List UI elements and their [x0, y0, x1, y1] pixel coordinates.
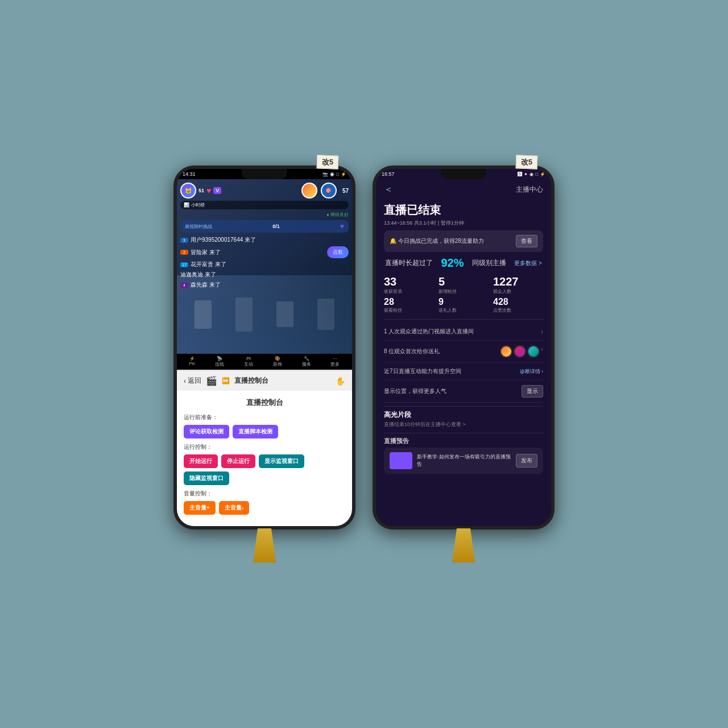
network-status: ● 网络良好	[180, 212, 349, 218]
highlight-title: 高光片段	[384, 410, 543, 420]
more-button[interactable]: ⋯更多	[330, 356, 340, 367]
follower-count: 51	[198, 188, 204, 193]
highlight-sub[interactable]: 直播结束10分钟后在主播中心查看 >	[384, 421, 543, 428]
divider-1	[384, 319, 543, 320]
hot-video-row[interactable]: 1 人次观众通过热门视频进入直播间 ›	[384, 323, 543, 341]
waves-number: 33	[384, 275, 434, 288]
gift-avatars: ›	[500, 345, 543, 358]
chat-message-2: 2 冒险家 来了 点歌	[180, 246, 349, 258]
service-button[interactable]: 🔧服务	[302, 356, 311, 367]
back-chevron-icon: ‹	[184, 377, 186, 385]
badge-4: 4	[180, 283, 188, 288]
heart-icon[interactable]: ♥	[206, 186, 211, 195]
run-control-label: 运行控制：	[184, 443, 345, 451]
position-text: 显示位置，获得更多人气	[384, 387, 446, 395]
left-time: 14:31	[183, 171, 196, 177]
main-title-section: 直播已结束 13:44~16:56 共3.1小时 | 暂停1分钟	[376, 200, 551, 230]
preview-thumbnail	[390, 452, 412, 469]
publish-button[interactable]: 发布	[516, 454, 537, 468]
hot-video-text: 1 人次观众通过热门视频进入直播间	[384, 328, 474, 336]
run-control-buttons: 开始运行 停止运行 显示监视窗口 隐藏监视窗口	[184, 454, 345, 485]
hourly-rank[interactable]: 📊 小时榜	[180, 201, 349, 209]
msg-text-3: 花开富贵 来了	[191, 260, 226, 268]
right-phone: 16:57 🅱 ✦ ◉ □ ⚡ ＜ 主播中心 直播已结束 13:44~16:56…	[373, 166, 555, 530]
start-run-button[interactable]: 开始运行	[184, 454, 218, 468]
waves-label: 收获音浪	[384, 288, 434, 295]
control-bar: ‹ 返回 🎬 ⏩ 直播控制台 ✋	[177, 370, 352, 391]
challenge-bar: 展馆限时挑战 0/1 ♥	[180, 220, 349, 233]
decor-button[interactable]: 🎨装饰	[273, 356, 282, 367]
left-phone-screen: 14:31 📷 ◉ □ ⚡	[177, 169, 352, 526]
wifi-icon: ◉	[330, 171, 334, 177]
likes-label: 点赞次数	[493, 307, 543, 313]
right-phone-screen: 16:57 🅱 ✦ ◉ □ ⚡ ＜ 主播中心 直播已结束 13:44~16:56…	[376, 169, 551, 526]
user-avatar-2[interactable]	[301, 183, 317, 198]
live-top-row: 🐱 51 ♥ V 🎯 57	[180, 183, 349, 198]
right-battery-icon: ⚡	[540, 172, 545, 177]
gift-row[interactable]: 8 位观众首次给你送礼 ›	[384, 341, 543, 363]
script-detect-button[interactable]: 直播脚本检测	[233, 425, 278, 439]
left-phone-stand	[253, 528, 276, 562]
live-user-info: 🐱 51 ♥ V	[180, 183, 221, 198]
tiktok-icon: ✦	[524, 172, 528, 177]
viewers-number: 1227	[493, 275, 543, 288]
control-panel-title: 直播控制台	[184, 398, 345, 408]
chat-message-1: 3 用户9395200017644 来了	[180, 236, 349, 244]
position-row[interactable]: 显示位置，获得更多人气 显示	[384, 380, 543, 403]
percentage-prefix: 直播时长超过了	[385, 258, 433, 268]
back-label: 返回	[188, 376, 201, 386]
preview-text: 新手教学·如何发布一场有吸引力的直播预告	[417, 453, 511, 468]
percentage-section: 直播时长超过了 92% 同级别主播 更多数据 >	[384, 257, 543, 270]
left-status-icons: 📷 ◉ □ ⚡	[322, 171, 346, 177]
show-position-button[interactable]: 显示	[522, 385, 543, 398]
badge-3: 3	[180, 238, 188, 243]
interact-button[interactable]: 🎮互动	[244, 356, 253, 367]
volume-down-button[interactable]: 主音量-	[219, 501, 249, 515]
v-badge: V	[213, 187, 221, 194]
host-avatar[interactable]: 🐱	[180, 183, 196, 198]
gift-avatar-3	[527, 345, 540, 358]
interaction-row[interactable]: 近7日直播互动能力有提升空间 诊断详情 ›	[384, 363, 543, 380]
percentage-suffix: 同级别主播	[472, 258, 506, 268]
bar-chart-icon: 📊	[184, 202, 189, 208]
challenge-view-button[interactable]: 查看	[516, 235, 537, 247]
divider-2	[384, 406, 543, 407]
right-time: 16:57	[382, 171, 395, 177]
pre-run-buttons: 评论获取检测 直播脚本检测	[184, 425, 345, 439]
show-monitor-button[interactable]: 显示监视窗口	[259, 454, 304, 468]
comment-detect-button[interactable]: 评论获取检测	[184, 425, 229, 439]
bt-icon: 🅱	[518, 172, 522, 177]
stat-item-waves: 33 收获音浪 28 观看粉丝	[384, 275, 434, 313]
right-phone-stand	[452, 528, 475, 562]
gift-arrow: ›	[541, 345, 543, 358]
song-button[interactable]: 点歌	[327, 246, 349, 258]
user-avatar-3[interactable]: 🎯	[321, 183, 337, 198]
volume-up-button[interactable]: 主音量+	[184, 501, 216, 515]
interaction-text: 近7日直播互动能力有提升空间	[384, 367, 461, 375]
left-paper-label: 改5	[316, 155, 338, 169]
left-notch	[242, 169, 287, 179]
right-signal-icon: □	[535, 172, 538, 177]
broadcaster-center-title: 主播中心	[516, 185, 543, 195]
fans-label: 新增粉丝	[439, 288, 489, 295]
right-phone-wrapper: 改5 16:57 🅱 ✦ ◉ □ ⚡ ＜ 主播中心 直	[373, 166, 555, 562]
hand-icon: ✋	[336, 377, 345, 386]
watch-fans-label: 观看粉丝	[384, 307, 434, 313]
challenge-card: 🔔 今日挑战已完成，获得28流量助力 查看	[384, 230, 543, 252]
back-button[interactable]: ‹ 返回	[184, 376, 201, 386]
pre-run-label: 运行前准备：	[184, 413, 345, 421]
msg-text-4: 迪迦奥迪 来了	[180, 271, 216, 279]
live-icons-row: 🎯 57	[301, 183, 349, 198]
battery-icon: ⚡	[341, 172, 346, 177]
diagnosis-link[interactable]: 诊断详情 ›	[520, 368, 544, 375]
pk-button[interactable]: ⚡PK	[189, 356, 195, 367]
heart-fav-icon[interactable]: ♥	[340, 222, 344, 230]
hide-monitor-button[interactable]: 隐藏监视窗口	[184, 471, 229, 485]
preview-section: 新手教学·如何发布一场有吸引力的直播预告 发布	[384, 448, 543, 474]
live-bottom-strip: ⚡PK 📡连线 🎮互动 🎨装饰 🔧服务 ⋯更多	[177, 354, 352, 370]
live-overlay: 🐱 51 ♥ V 🎯 57 📊	[177, 179, 352, 354]
more-data-link[interactable]: 更多数据 >	[514, 259, 542, 267]
connect-button[interactable]: 📡连线	[215, 356, 224, 367]
right-back-button[interactable]: ＜	[384, 184, 393, 196]
stop-run-button[interactable]: 停止运行	[221, 454, 255, 468]
